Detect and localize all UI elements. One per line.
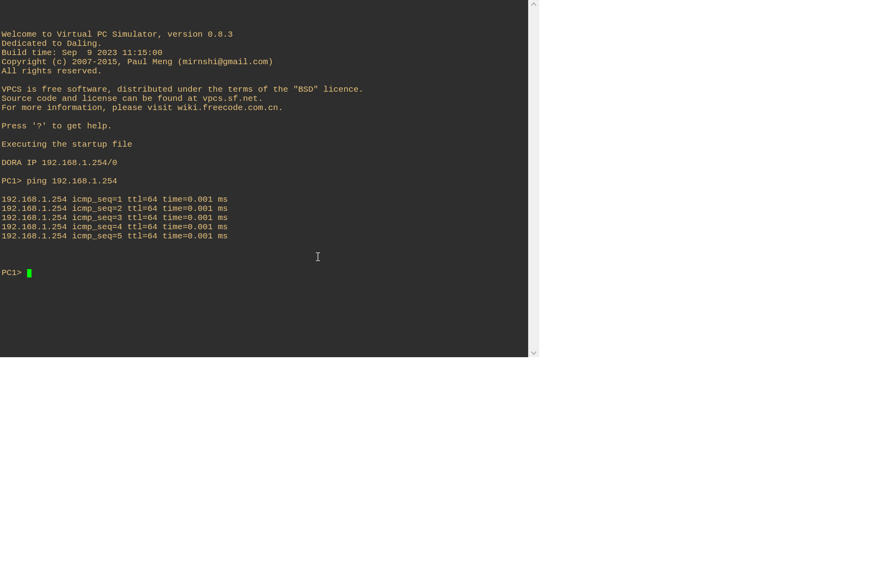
terminal-line bbox=[2, 112, 527, 122]
terminal-line: Source code and license can be found at … bbox=[2, 94, 527, 103]
terminal-line: PC1> ping 192.168.1.254 bbox=[2, 177, 527, 186]
terminal[interactable]: Welcome to Virtual PC Simulator, version… bbox=[0, 0, 528, 357]
terminal-line: 192.168.1.254 icmp_seq=4 ttl=64 time=0.0… bbox=[2, 222, 527, 232]
terminal-line bbox=[2, 131, 527, 140]
terminal-line bbox=[2, 76, 527, 85]
terminal-line: DORA IP 192.168.1.254/0 bbox=[2, 158, 527, 167]
terminal-line: Build time: Sep 9 2023 11:15:00 bbox=[2, 48, 527, 57]
terminal-line: Executing the startup file bbox=[2, 140, 527, 149]
terminal-line: Dedicated to Daling. bbox=[2, 39, 527, 48]
terminal-output: Welcome to Virtual PC Simulator, version… bbox=[2, 21, 527, 250]
terminal-line: VPCS is free software, distributed under… bbox=[2, 85, 527, 94]
terminal-line: Copyright (c) 2007-2015, Paul Meng (mirn… bbox=[2, 57, 527, 67]
chevron-up-icon bbox=[531, 2, 537, 6]
terminal-line: 192.168.1.254 icmp_seq=1 ttl=64 time=0.0… bbox=[2, 195, 527, 204]
chevron-down-icon bbox=[531, 351, 537, 355]
terminal-line bbox=[2, 149, 527, 158]
terminal-line: Press '?' to get help. bbox=[2, 122, 527, 131]
scrollbar-track-area[interactable] bbox=[528, 8, 539, 349]
terminal-prompt-line: PC1> bbox=[2, 268, 527, 277]
terminal-line bbox=[2, 21, 527, 30]
terminal-prompt: PC1> bbox=[2, 268, 27, 277]
terminal-line: 192.168.1.254 icmp_seq=3 ttl=64 time=0.0… bbox=[2, 213, 527, 222]
scroll-down-button[interactable] bbox=[528, 349, 539, 357]
terminal-line bbox=[2, 167, 527, 177]
terminal-cursor bbox=[27, 269, 32, 277]
terminal-line bbox=[2, 186, 527, 195]
terminal-line: For more information, please visit wiki.… bbox=[2, 103, 527, 112]
terminal-line: Welcome to Virtual PC Simulator, version… bbox=[2, 30, 527, 39]
scroll-up-button[interactable] bbox=[528, 0, 539, 8]
terminal-line: 192.168.1.254 icmp_seq=2 ttl=64 time=0.0… bbox=[2, 204, 527, 213]
terminal-line bbox=[2, 241, 527, 250]
terminal-line: All rights reserved. bbox=[2, 67, 527, 76]
vertical-scrollbar[interactable] bbox=[528, 0, 539, 357]
terminal-line: 192.168.1.254 icmp_seq=5 ttl=64 time=0.0… bbox=[2, 232, 527, 241]
